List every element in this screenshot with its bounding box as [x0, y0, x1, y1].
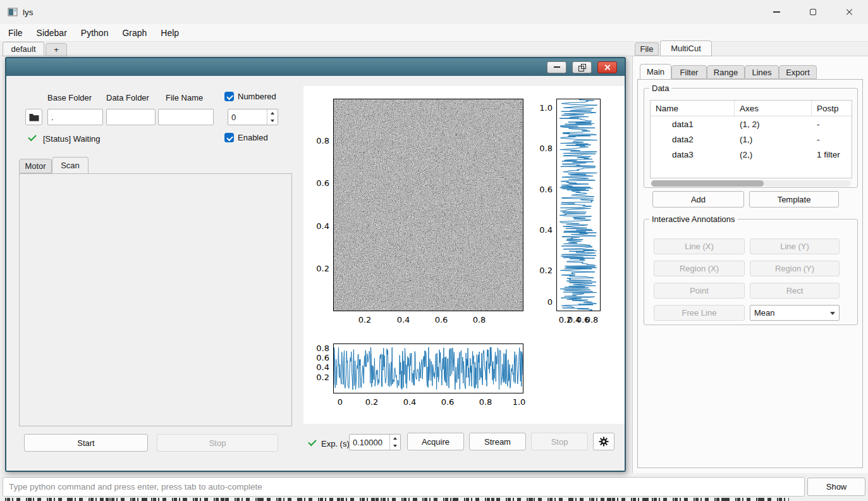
region-y-button: Region (Y) — [750, 261, 840, 276]
window-title: lys — [23, 8, 34, 17]
table-row-data1[interactable]: data1 (1, 2) - — [651, 116, 852, 132]
multicut-tab-range[interactable]: Range — [707, 65, 745, 79]
annotations-group-title: Interactive Annotations — [649, 214, 738, 224]
menu-help[interactable]: Help — [154, 24, 186, 41]
y-tick-label: 0.6 — [313, 353, 329, 363]
spin-value: 0.10000 — [350, 435, 389, 450]
cell-name: data3 — [651, 150, 735, 159]
browse-folder-button[interactable] — [25, 109, 42, 125]
exposure-seconds-spinbox[interactable]: 0.10000 — [349, 434, 401, 450]
x-tick-label: 0.2 — [362, 397, 381, 407]
subwindow-minimize-button[interactable] — [547, 61, 566, 73]
y-tick-label: 0.8 — [536, 144, 553, 154]
plot-panel: 0.8 0.6 0.4 0.2 0.2 0.4 0.6 0.8 1.0 0.8 … — [303, 86, 625, 424]
y-tick-label: 0.6 — [313, 178, 329, 189]
tab-label: Filter — [680, 68, 699, 77]
multicut-tab-filter[interactable]: Filter — [671, 65, 707, 79]
tab-motor[interactable]: Motor — [19, 159, 52, 173]
spin-down-button[interactable] — [390, 442, 400, 450]
add-button[interactable]: Add — [652, 191, 744, 207]
spin-down-button[interactable] — [267, 117, 278, 125]
window-titlebar[interactable]: lys — [0, 0, 868, 24]
status-text: [Status] Waiting — [43, 134, 101, 144]
status-ok-icon — [27, 133, 37, 143]
data-folder-input[interactable] — [106, 109, 156, 125]
data-group: Data Name Axes Postp data1 (1, 2) - data… — [644, 88, 858, 188]
menu-python[interactable]: Python — [74, 24, 116, 41]
horizontal-profile-plot-canvas[interactable] — [333, 343, 523, 393]
numbered-checkbox[interactable]: Numbered — [224, 92, 276, 101]
checkbox-checked-icon — [224, 133, 234, 142]
x-tick-label: 0.8 — [585, 315, 599, 325]
column-header-name[interactable]: Name — [651, 101, 735, 116]
vertical-profile-plot-canvas[interactable] — [556, 99, 601, 311]
acquire-status-ok-icon — [307, 438, 317, 448]
spinner-buttons — [267, 109, 278, 125]
acquire-button[interactable]: Acquire — [407, 433, 464, 450]
cell-postprocess: - — [812, 135, 852, 144]
spin-up-button[interactable] — [390, 435, 400, 442]
enabled-checkbox[interactable]: Enabled — [224, 133, 268, 142]
minimize-button[interactable] — [758, 0, 795, 24]
cell-name: data1 — [651, 120, 735, 129]
base-folder-input[interactable] — [47, 109, 103, 125]
image-plot-canvas[interactable] — [333, 99, 523, 311]
rect-button: Rect — [750, 283, 840, 299]
reduction-method-combo[interactable]: Mean — [750, 305, 840, 321]
checkbox-checked-icon — [224, 92, 234, 101]
data-table-header: Name Axes Postp — [651, 101, 852, 116]
menu-graph[interactable]: Graph — [115, 24, 154, 41]
close-button[interactable] — [831, 0, 868, 24]
maximize-button[interactable] — [795, 0, 831, 24]
cell-name: data2 — [651, 135, 735, 144]
clipped-text-row — [0, 497, 868, 501]
line-y-button: Line (Y) — [750, 238, 840, 254]
sidebar-tab-file[interactable]: File — [635, 42, 659, 56]
close-icon — [604, 64, 611, 71]
settings-button[interactable] — [593, 433, 614, 450]
subwindow-close-button[interactable] — [597, 61, 617, 73]
vertical-profile-line — [557, 99, 600, 311]
cell-postprocess: - — [812, 120, 852, 129]
add-tab-icon: + — [54, 45, 59, 54]
python-command-input[interactable] — [3, 477, 805, 497]
subwindow-content: Base Folder Data Folder File Name Number… — [6, 76, 625, 471]
tab-label: Scan — [61, 161, 80, 170]
spin-up-button[interactable] — [267, 109, 278, 117]
multicut-tab-export[interactable]: Export — [779, 65, 817, 79]
menu-sidebar[interactable]: Sidebar — [30, 24, 74, 41]
workspace-add-tab-button[interactable]: + — [46, 43, 67, 56]
scrollbar-thumb[interactable] — [651, 180, 764, 187]
cell-postprocess: 1 filter — [812, 150, 852, 159]
number-spinbox[interactable]: 0 — [228, 109, 278, 125]
y-tick-label: 0.2 — [313, 373, 329, 383]
cell-axes: (2,) — [735, 150, 812, 159]
workspace-tab-default[interactable]: default — [3, 42, 44, 56]
table-row-data2[interactable]: data2 (1,) - — [651, 132, 852, 147]
sidebar-tab-multicut[interactable]: MultiCut — [660, 40, 712, 56]
minimize-icon — [554, 66, 560, 68]
stream-button[interactable]: Stream — [469, 433, 526, 450]
tab-label: Export — [786, 68, 810, 77]
workspace-tab-label: default — [11, 44, 35, 54]
column-header-axes[interactable]: Axes — [735, 101, 812, 116]
point-button: Point — [654, 283, 745, 299]
x-tick-label: 1.0 — [510, 397, 529, 407]
close-icon — [846, 8, 853, 16]
y-tick-label: 1.0 — [536, 103, 553, 113]
subwindow-maximize-button[interactable] — [572, 61, 592, 73]
template-button[interactable]: Template — [749, 191, 839, 207]
region-x-button: Region (X) — [654, 261, 745, 276]
file-name-input[interactable] — [158, 109, 214, 125]
column-header-postprocess[interactable]: Postp — [812, 101, 852, 116]
subwindow-titlebar[interactable] — [6, 58, 625, 76]
start-button[interactable]: Start — [24, 434, 148, 452]
show-button[interactable]: Show — [807, 478, 865, 496]
multicut-tab-main[interactable]: Main — [640, 64, 671, 80]
y-tick-label: 0.6 — [536, 185, 553, 195]
table-horizontal-scrollbar[interactable] — [651, 180, 851, 187]
table-row-data3[interactable]: data3 (2,) 1 filter — [651, 147, 852, 162]
menu-file[interactable]: File — [1, 24, 30, 41]
tab-scan[interactable]: Scan — [52, 157, 89, 174]
multicut-tab-lines[interactable]: Lines — [745, 65, 779, 79]
